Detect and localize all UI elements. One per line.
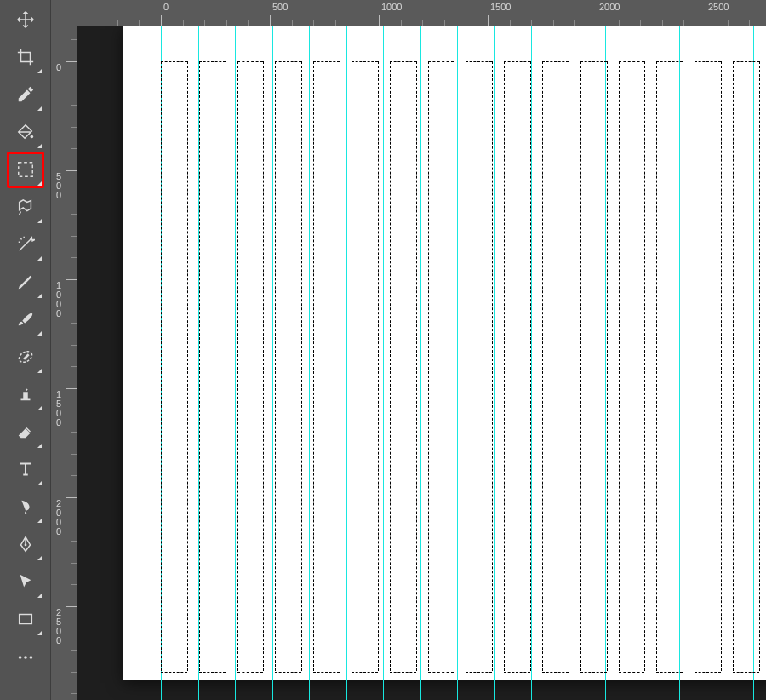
selection-edge-horizontal <box>199 672 226 673</box>
vertical-guide[interactable] <box>643 26 643 700</box>
horizontal-ruler[interactable]: 050010001500200025003000 <box>77 0 766 26</box>
pencil-icon <box>16 273 35 293</box>
selection-edge-vertical <box>199 61 200 672</box>
vertical-guide[interactable] <box>420 26 421 700</box>
selection-edge-horizontal <box>428 61 454 62</box>
selection-edge-horizontal <box>313 672 340 673</box>
selection-edge-vertical <box>428 61 429 672</box>
selection-edge-vertical <box>237 61 238 672</box>
vertical-guide[interactable] <box>717 26 717 700</box>
brush-icon <box>16 310 35 330</box>
selection-edge-horizontal <box>504 61 530 62</box>
selection-edge-vertical <box>607 61 608 672</box>
magic-wand-tool[interactable] <box>7 227 44 263</box>
vertical-guide[interactable] <box>235 26 236 700</box>
lasso-icon <box>16 198 35 218</box>
selection-edge-horizontal <box>733 672 759 673</box>
selection-edge-vertical <box>454 61 454 672</box>
vertical-guide[interactable] <box>753 26 754 700</box>
svg-rect-1 <box>19 162 33 176</box>
selection-edge-horizontal <box>313 61 340 62</box>
selection-edge-horizontal <box>390 672 416 673</box>
selection-edge-vertical <box>656 61 657 672</box>
pencil-tool[interactable] <box>7 264 44 301</box>
selection-edge-vertical <box>390 61 391 672</box>
vertical-guide[interactable] <box>457 26 458 700</box>
selection-edge-vertical <box>721 61 722 672</box>
selection-edge-vertical <box>161 61 162 672</box>
vertical-guide[interactable] <box>272 26 273 700</box>
selection-edge-vertical <box>187 61 188 672</box>
vertical-guide[interactable] <box>679 26 680 700</box>
move-tool[interactable] <box>7 2 44 38</box>
selection-edge-horizontal <box>199 61 226 62</box>
spot-healing-tool[interactable] <box>7 339 44 376</box>
rectangular-marquee-tool[interactable] <box>7 152 44 188</box>
selection-edge-horizontal <box>466 61 492 62</box>
eyedropper-tool[interactable] <box>7 77 44 113</box>
brush-tool[interactable] <box>7 301 44 338</box>
selection-edge-vertical <box>759 61 760 672</box>
selection-edge-vertical <box>378 61 379 672</box>
svg-point-5 <box>19 656 22 659</box>
selection-edge-vertical <box>263 61 264 672</box>
selection-edge-horizontal <box>161 61 187 62</box>
svg-point-3 <box>25 543 27 546</box>
svg-point-0 <box>31 135 34 138</box>
selection-edge-horizontal <box>161 672 187 673</box>
selection-edge-horizontal <box>275 672 301 673</box>
paint-bucket-tool[interactable] <box>7 114 44 151</box>
path-selection-tool[interactable] <box>7 564 44 600</box>
toolbar <box>0 0 51 700</box>
selection-edge-horizontal <box>390 61 416 62</box>
selection-edge-vertical <box>352 61 352 672</box>
vertical-guide[interactable] <box>531 26 532 700</box>
selection-edge-horizontal <box>619 61 645 62</box>
selection-edge-horizontal <box>580 61 607 62</box>
selection-edge-vertical <box>416 61 417 672</box>
eyedropper-icon <box>16 85 35 106</box>
document-canvas[interactable] <box>123 26 766 680</box>
rectangle-shape-tool[interactable] <box>7 601 44 638</box>
vertical-ruler[interactable]: 050010001500200025003000 <box>51 26 77 700</box>
canvas-viewport[interactable] <box>77 26 766 700</box>
ruler-origin-corner[interactable] <box>51 0 77 26</box>
pen-icon <box>16 535 35 555</box>
magic-wand-icon <box>16 235 35 255</box>
selection-edge-vertical <box>644 61 645 672</box>
crop-icon <box>16 48 35 68</box>
type-tool[interactable] <box>7 451 44 488</box>
path-selection-icon <box>16 572 35 593</box>
selection-edge-vertical <box>580 61 581 672</box>
lasso-tool[interactable] <box>7 189 44 226</box>
eraser-tool[interactable] <box>7 414 44 450</box>
clone-stamp-tool[interactable] <box>7 376 44 413</box>
selection-edge-horizontal <box>656 672 683 673</box>
vertical-guide[interactable] <box>309 26 310 700</box>
selection-edge-horizontal <box>656 61 683 62</box>
crop-tool[interactable] <box>7 39 44 76</box>
smudge-tool[interactable] <box>7 489 44 525</box>
ruler-h-label: 1000 <box>381 2 402 12</box>
selection-edge-horizontal <box>428 672 454 673</box>
svg-point-7 <box>30 656 33 659</box>
paint-bucket-icon <box>16 123 35 143</box>
rectangle-shape-icon <box>16 610 35 630</box>
pen-tool[interactable] <box>7 526 44 563</box>
selection-edge-horizontal <box>542 672 569 673</box>
vertical-guide[interactable] <box>346 26 347 700</box>
eraser-icon <box>16 422 35 443</box>
selection-edge-vertical <box>733 61 734 672</box>
ruler-v-label: 2500 <box>54 608 64 645</box>
vertical-guide[interactable] <box>494 26 495 700</box>
more-tools[interactable] <box>7 639 44 675</box>
selection-edge-vertical <box>695 61 695 672</box>
selection-edge-vertical <box>569 61 569 672</box>
selection-edge-horizontal <box>504 672 530 673</box>
selection-edge-vertical <box>530 61 531 672</box>
selection-edge-horizontal <box>733 61 759 62</box>
selection-edge-vertical <box>301 61 302 672</box>
selection-edge-horizontal <box>352 61 378 62</box>
vertical-guide[interactable] <box>383 26 384 700</box>
selection-edge-horizontal <box>542 61 569 62</box>
